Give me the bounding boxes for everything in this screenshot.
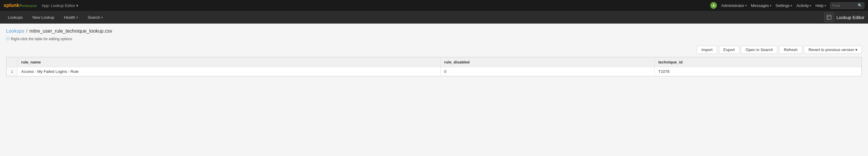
breadcrumb-separator: / (26, 28, 28, 34)
cell-rule-disabled: 0 (440, 67, 654, 76)
breadcrumb-lookups-link[interactable]: Lookups (6, 28, 25, 34)
col-header-technique-id: technique_id (655, 57, 862, 67)
top-nav-right: A Administrator ▾ Messages ▾ Settings ▾ … (710, 2, 864, 9)
search-chevron-icon: ▾ (101, 16, 103, 19)
find-box[interactable]: 🔍 (830, 2, 864, 9)
breadcrumb-current-file: mitre_user_rule_technique_lookup.csv (29, 28, 112, 34)
svg-rect-0 (827, 15, 831, 19)
table-row[interactable]: 1 Access - My Failed Logins - Rule 0 T10… (7, 67, 862, 76)
content-area: Lookups / mitre_user_rule_technique_look… (0, 24, 868, 156)
find-input[interactable] (832, 3, 857, 8)
top-nav-left: splunk>enterprise App: Lookup Editor ▾ (4, 3, 78, 8)
nav-new-lookup[interactable]: New Lookup (28, 13, 58, 22)
revert-chevron-icon: ▾ (855, 48, 858, 52)
col-header-row-num (7, 57, 18, 67)
splunk-brand-text: splunk>enterprise (4, 3, 37, 8)
info-text: ⓘ Right-click the table for editing opti… (6, 36, 862, 41)
import-button[interactable]: Import (697, 45, 717, 54)
nav-activity[interactable]: Activity ▾ (796, 3, 811, 8)
lookup-editor-label: Lookup Editor (836, 15, 864, 20)
cell-row-num: 1 (7, 67, 18, 76)
col-header-rule-disabled: rule_disabled (440, 57, 654, 67)
settings-chevron-icon: ▾ (790, 4, 792, 7)
col-header-rule-name: rule_name (18, 57, 441, 67)
info-label: Right-click the table for editing option… (11, 37, 72, 41)
cell-rule-name: Access - My Failed Logins - Rule (18, 67, 441, 76)
find-search-icon: 🔍 (858, 3, 862, 7)
lookup-editor-badge: Lookup Editor (824, 12, 864, 22)
cell-technique-id: T1078 (655, 67, 862, 76)
health-chevron-icon: ▾ (76, 16, 78, 19)
sub-nav: Lookups New Lookup Health ▾ Search ▾ Loo… (0, 11, 868, 24)
sub-nav-right: Lookup Editor (824, 12, 864, 22)
lookup-editor-icon (824, 12, 834, 22)
sub-nav-left: Lookups New Lookup Health ▾ Search ▾ (4, 13, 107, 22)
nav-search[interactable]: Search ▾ (84, 13, 107, 22)
nav-settings[interactable]: Settings ▾ (776, 3, 792, 8)
nav-lookups[interactable]: Lookups (4, 13, 27, 22)
administrator-chevron-icon: ▾ (745, 4, 747, 7)
nav-administrator[interactable]: Administrator ▾ (721, 3, 747, 8)
refresh-button[interactable]: Refresh (779, 45, 802, 54)
activity-chevron-icon: ▾ (810, 4, 811, 7)
user-avatar[interactable]: A (710, 2, 717, 9)
nav-health[interactable]: Health ▾ (60, 13, 82, 22)
revert-button[interactable]: Revert to previous version ▾ (804, 45, 862, 54)
messages-chevron-icon: ▾ (770, 4, 771, 7)
action-row: Import Export Open in Search Refresh Rev… (6, 45, 862, 54)
nav-messages[interactable]: Messages ▾ (751, 3, 771, 8)
help-chevron-icon: ▾ (825, 4, 826, 7)
open-in-search-button[interactable]: Open in Search (741, 45, 777, 54)
nav-help[interactable]: Help ▾ (815, 3, 826, 8)
splunk-logo[interactable]: splunk>enterprise (4, 3, 37, 8)
export-button[interactable]: Export (719, 45, 740, 54)
table-header-row: rule_name rule_disabled technique_id (7, 57, 862, 67)
app-name[interactable]: App: Lookup Editor ▾ (42, 3, 78, 8)
breadcrumb: Lookups / mitre_user_rule_technique_look… (6, 28, 862, 34)
lookup-table: rule_name rule_disabled technique_id 1 A… (6, 57, 862, 76)
info-icon: ⓘ (6, 36, 10, 41)
top-nav: splunk>enterprise App: Lookup Editor ▾ A… (0, 0, 868, 11)
